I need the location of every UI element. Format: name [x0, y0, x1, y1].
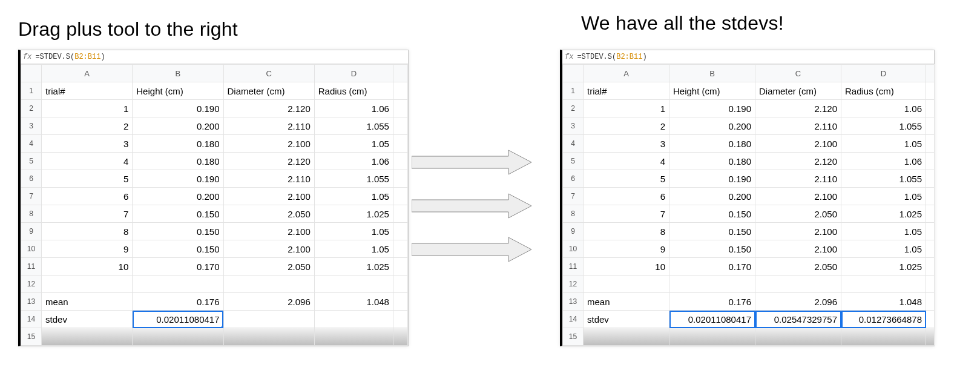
- cell[interactable]: mean: [42, 293, 133, 311]
- cell[interactable]: 1.025: [841, 258, 926, 275]
- cell[interactable]: stdev: [584, 311, 669, 328]
- table-row[interactable]: 870.1502.0501.025: [21, 205, 408, 223]
- cell[interactable]: 1.06: [841, 100, 926, 117]
- cell[interactable]: 0.200: [133, 117, 223, 135]
- cell[interactable]: 0.176: [133, 293, 223, 311]
- table-row[interactable]: 980.1502.1001.05: [563, 223, 935, 240]
- cell[interactable]: Diameter (cm): [223, 82, 314, 100]
- cell[interactable]: 2.110: [223, 117, 314, 135]
- col-header[interactable]: C: [755, 65, 841, 82]
- cell[interactable]: 0.190: [133, 100, 223, 117]
- cell[interactable]: 1.055: [314, 117, 393, 135]
- selected-cell[interactable]: 0.01273664878: [841, 311, 926, 328]
- cell[interactable]: 2.050: [755, 258, 841, 275]
- table-row[interactable]: 320.2002.1101.055: [21, 117, 408, 135]
- cell[interactable]: 2: [42, 117, 133, 135]
- table-row[interactable]: 540.1802.1201.06: [21, 153, 408, 170]
- cell[interactable]: 2.120: [755, 100, 841, 117]
- cell[interactable]: 0.170: [669, 258, 755, 275]
- cell[interactable]: 2.120: [755, 153, 841, 170]
- col-header[interactable]: B: [133, 65, 223, 82]
- cell[interactable]: 0.150: [669, 205, 755, 223]
- cell[interactable]: 1.06: [314, 153, 393, 170]
- fill-handle[interactable]: [222, 326, 224, 328]
- cell[interactable]: 2.050: [223, 258, 314, 275]
- cell[interactable]: [223, 275, 314, 293]
- cell[interactable]: stdev: [42, 311, 133, 328]
- table-row[interactable]: 12: [21, 275, 408, 293]
- cell[interactable]: 2.110: [223, 170, 314, 188]
- cell[interactable]: 1: [42, 100, 133, 117]
- cell[interactable]: 1.05: [841, 240, 926, 258]
- cell[interactable]: 1.05: [841, 188, 926, 205]
- cell[interactable]: [584, 275, 669, 293]
- cell[interactable]: 8: [584, 223, 669, 240]
- table-row[interactable]: 12: [563, 275, 935, 293]
- table-row[interactable]: 1 trial# Height (cm) Diameter (cm) Radiu…: [563, 82, 935, 100]
- col-header[interactable]: B: [669, 65, 755, 82]
- cell[interactable]: 1.025: [841, 205, 926, 223]
- cell[interactable]: 4: [42, 153, 133, 170]
- table-row[interactable]: 650.1902.1101.055: [21, 170, 408, 188]
- cell[interactable]: 0.190: [669, 170, 755, 188]
- cell[interactable]: 2.100: [755, 188, 841, 205]
- cell[interactable]: 1.055: [314, 170, 393, 188]
- cell[interactable]: 0.180: [133, 135, 223, 153]
- cell[interactable]: 2: [584, 117, 669, 135]
- table-row[interactable]: 13mean0.1762.0961.048: [563, 293, 935, 311]
- selected-cell[interactable]: 0.02011080417: [133, 311, 223, 328]
- cell[interactable]: trial#: [42, 82, 133, 100]
- cell[interactable]: 1.025: [314, 258, 393, 275]
- cell[interactable]: 2.120: [223, 153, 314, 170]
- cell[interactable]: 0.170: [133, 258, 223, 275]
- cell[interactable]: trial#: [584, 82, 669, 100]
- cell[interactable]: Height (cm): [133, 82, 223, 100]
- table-row[interactable]: 1090.1502.1001.05: [563, 240, 935, 258]
- cell[interactable]: 2.100: [223, 135, 314, 153]
- cell[interactable]: 0.150: [133, 205, 223, 223]
- cell[interactable]: 5: [584, 170, 669, 188]
- cell[interactable]: 9: [42, 240, 133, 258]
- cell[interactable]: 0.150: [133, 223, 223, 240]
- cell[interactable]: 0.150: [133, 240, 223, 258]
- cell[interactable]: 8: [42, 223, 133, 240]
- cell[interactable]: Height (cm): [669, 82, 755, 100]
- cell[interactable]: 1.05: [841, 135, 926, 153]
- cell[interactable]: 6: [42, 188, 133, 205]
- table-row[interactable]: 15: [563, 328, 935, 346]
- table-row[interactable]: 870.1502.0501.025: [563, 205, 935, 223]
- cell[interactable]: Radius (cm): [841, 82, 926, 100]
- cell[interactable]: 1.05: [314, 240, 393, 258]
- cell[interactable]: 7: [584, 205, 669, 223]
- cell[interactable]: 0.150: [669, 223, 755, 240]
- cell[interactable]: 2.050: [755, 205, 841, 223]
- cell[interactable]: Diameter (cm): [755, 82, 841, 100]
- cell[interactable]: 9: [584, 240, 669, 258]
- cell[interactable]: 2.096: [755, 293, 841, 311]
- table-row[interactable]: 650.1902.1101.055: [563, 170, 935, 188]
- cell[interactable]: [314, 311, 393, 328]
- table-row[interactable]: 430.1802.1001.05: [563, 135, 935, 153]
- cell[interactable]: 7: [42, 205, 133, 223]
- selected-cell[interactable]: 0.02547329757: [755, 311, 841, 328]
- cell[interactable]: [133, 275, 223, 293]
- cell[interactable]: Radius (cm): [314, 82, 393, 100]
- cell[interactable]: 3: [584, 135, 669, 153]
- cell[interactable]: [755, 275, 841, 293]
- cell[interactable]: 1.05: [841, 223, 926, 240]
- table-row[interactable]: 210.1902.1201.06: [563, 100, 935, 117]
- cell[interactable]: [223, 311, 314, 328]
- col-header[interactable]: D: [314, 65, 393, 82]
- cell[interactable]: 4: [584, 153, 669, 170]
- cell[interactable]: 2.050: [223, 205, 314, 223]
- grid-before[interactable]: A B C D 1 trial# Height (cm) Diameter (c…: [21, 64, 408, 346]
- cell[interactable]: 1.06: [841, 153, 926, 170]
- cell[interactable]: [841, 275, 926, 293]
- cell[interactable]: 1.055: [841, 117, 926, 135]
- table-row[interactable]: 14 stdev 0.02011080417 0.02547329757 0.0…: [563, 311, 935, 328]
- col-header[interactable]: A: [584, 65, 669, 82]
- cell[interactable]: 3: [42, 135, 133, 153]
- cell[interactable]: 2.100: [223, 188, 314, 205]
- table-row[interactable]: 14 stdev 0.02011080417: [21, 311, 408, 328]
- cell[interactable]: 6: [584, 188, 669, 205]
